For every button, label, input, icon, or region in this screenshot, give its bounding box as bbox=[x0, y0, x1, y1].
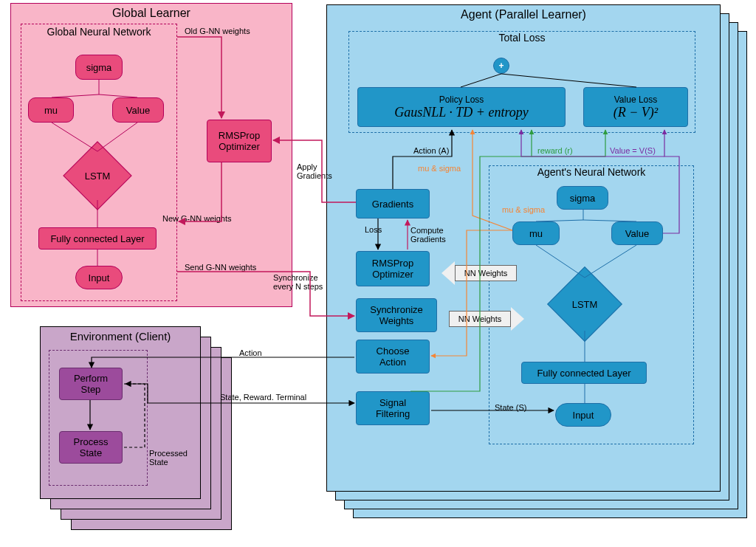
nn-weights-right-label: NN Weights bbox=[449, 311, 511, 327]
choose-action-label: Choose Action bbox=[377, 345, 410, 368]
global-nn-title: Global Neural Network bbox=[21, 24, 176, 38]
global-lstm-node: LSTM bbox=[73, 151, 122, 200]
agent-title: Agent (Parallel Learner) bbox=[327, 5, 720, 21]
mu-sigma-label-1: mu & sigma bbox=[418, 164, 461, 173]
agent-sigma-label: sigma bbox=[570, 193, 596, 204]
env-srt-label: State, Reward. Terminal bbox=[220, 393, 306, 402]
old-weights-label: Old G-NN weights bbox=[185, 27, 250, 35]
mu-sigma-label-2: mu & sigma bbox=[502, 205, 545, 214]
agent-lstm-node: LSTM bbox=[558, 278, 611, 331]
global-sigma-node: sigma bbox=[75, 55, 123, 80]
policy-loss-box: Policy Loss GausNLL · TD + entropy bbox=[357, 87, 566, 127]
policy-loss-title: Policy Loss bbox=[439, 94, 484, 105]
global-mu-node: mu bbox=[28, 97, 74, 123]
reward-label: reward (r) bbox=[537, 146, 573, 155]
agent-sigma-node: sigma bbox=[557, 186, 608, 210]
agent-input-node: Input bbox=[555, 403, 611, 427]
env-action-label: Action bbox=[239, 348, 262, 357]
agent-input-label: Input bbox=[573, 410, 594, 421]
perform-step-box: Perform Step bbox=[59, 368, 123, 400]
global-mu-label: mu bbox=[44, 105, 58, 116]
agent-optimizer-label: RMSProp Optimizer bbox=[372, 258, 413, 280]
global-optimizer-node: RMSProp Optimizer bbox=[207, 120, 272, 162]
value-eq-label: Value = V(S) bbox=[610, 146, 656, 155]
global-fc-label: Fully connected Layer bbox=[50, 233, 144, 244]
action-a-label: Action (A) bbox=[413, 146, 449, 155]
value-loss-box: Value Loss (R − V)² bbox=[583, 87, 688, 127]
sync-weights-label: Synchronize Weights bbox=[370, 304, 423, 326]
agent-nn-title: Agent's Neural Network bbox=[489, 166, 693, 178]
sync-every-label: Synchronize every N steps bbox=[273, 273, 323, 291]
process-state-box: Process State bbox=[59, 431, 123, 464]
compute-grad-label: Compute Gradients bbox=[410, 226, 446, 244]
global-learner-title: Global Learner bbox=[11, 4, 292, 20]
value-loss-formula: (R − V)² bbox=[614, 105, 659, 120]
total-loss-title: Total Loss bbox=[349, 32, 695, 44]
global-optimizer-label: RMSProp Optimizer bbox=[219, 130, 260, 152]
process-state-label: Process State bbox=[74, 436, 109, 458]
processed-state-label: Processed State bbox=[149, 449, 188, 467]
agent-fc-label: Fully connected Layer bbox=[537, 368, 630, 379]
global-fc-node: Fully connected Layer bbox=[38, 227, 157, 250]
sync-weights-box: Synchronize Weights bbox=[356, 298, 437, 332]
env-title: Environment (Client) bbox=[41, 327, 200, 343]
apply-gradients-label: Apply Gradients bbox=[297, 162, 332, 180]
state-s-label: State (S) bbox=[495, 403, 526, 412]
nn-weights-arrow-right: NN Weights bbox=[449, 307, 524, 331]
gradients-label: Gradients bbox=[372, 199, 413, 210]
signal-filtering-box: Signal Filtering bbox=[356, 391, 430, 425]
new-weights-label: New G-NN weights bbox=[162, 214, 232, 223]
agent-value-node: Value bbox=[611, 221, 663, 245]
gradients-box: Gradients bbox=[356, 189, 430, 219]
agent-value-label: Value bbox=[625, 228, 649, 239]
value-loss-title: Value Loss bbox=[614, 94, 657, 105]
global-sigma-label: sigma bbox=[86, 62, 112, 73]
agent-mu-label: mu bbox=[529, 228, 543, 239]
perform-step-label: Perform Step bbox=[74, 373, 108, 395]
nn-weights-arrow-left: NN Weights bbox=[441, 261, 517, 285]
agent-optimizer-box: RMSProp Optimizer bbox=[356, 251, 430, 286]
global-input-node: Input bbox=[75, 266, 123, 289]
agent-mu-node: mu bbox=[512, 221, 560, 245]
send-weights-label: Send G-NN weights bbox=[185, 263, 256, 272]
plus-icon: + bbox=[493, 58, 509, 74]
global-input-label: Input bbox=[89, 272, 110, 283]
nn-weights-left-label: NN Weights bbox=[455, 265, 517, 281]
policy-loss-formula: GausNLL · TD + entropy bbox=[394, 105, 529, 120]
global-value-node: Value bbox=[112, 97, 164, 123]
loss-label: Loss bbox=[365, 225, 382, 234]
agent-lstm-label: LSTM bbox=[572, 299, 598, 310]
agent-fc-node: Fully connected Layer bbox=[521, 362, 647, 384]
signal-filtering-label: Signal Filtering bbox=[376, 397, 410, 419]
choose-action-box: Choose Action bbox=[356, 340, 430, 374]
global-value-label: Value bbox=[126, 105, 150, 116]
global-lstm-label: LSTM bbox=[85, 171, 111, 182]
